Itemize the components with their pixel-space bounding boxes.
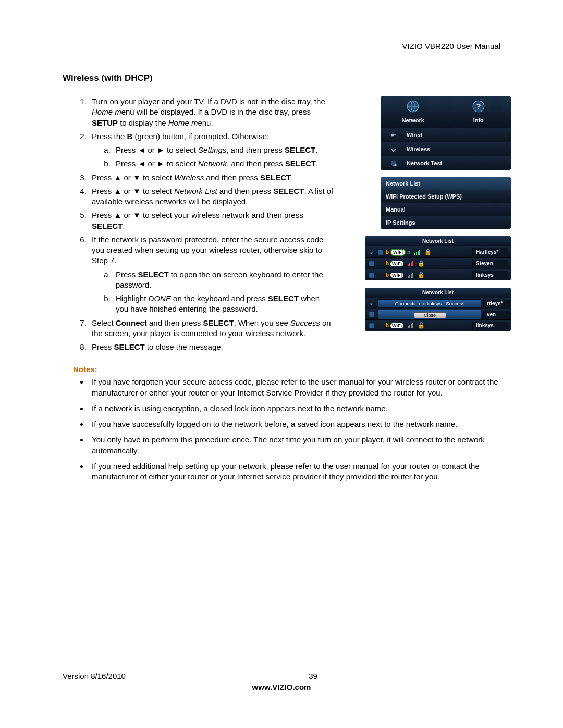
text-italic: Success bbox=[290, 318, 320, 327]
footer-website: www.VIZIO.com bbox=[63, 683, 500, 692]
question-icon: ? bbox=[472, 100, 485, 113]
note-item: If you have forgotten your secure access… bbox=[89, 377, 511, 398]
chip-icon bbox=[368, 311, 375, 318]
step-5: Press ▲ or ▼ to select your wireless net… bbox=[89, 210, 334, 231]
step-3: Press ▲ or ▼ to select Wireless and then… bbox=[89, 172, 334, 183]
text-bold: SELECT bbox=[285, 159, 316, 168]
text-italic: Settings bbox=[198, 145, 226, 154]
lock-icon: 🔒 bbox=[418, 260, 425, 267]
text: enu. bbox=[198, 118, 213, 127]
text-bold: SELECT bbox=[260, 173, 291, 182]
step-4: Press ▲ or ▼ to select Network List and … bbox=[89, 186, 334, 207]
text: . bbox=[315, 145, 317, 154]
chip-icon bbox=[377, 249, 384, 256]
text-bold: SELECT bbox=[114, 342, 145, 351]
svg-marker-8 bbox=[369, 250, 374, 254]
svg-rect-9 bbox=[378, 250, 383, 254]
svg-rect-3 bbox=[391, 134, 394, 137]
figure-tabs: Network ? Info bbox=[381, 96, 511, 128]
network-list-title: Network List bbox=[365, 236, 511, 246]
svg-rect-4 bbox=[394, 134, 396, 135]
text: Select bbox=[92, 318, 116, 327]
text: enu will be displayed. If a DVD is in th… bbox=[121, 107, 311, 116]
step-6-sublist: Press SELECT to open the on-screen keybo… bbox=[92, 269, 334, 315]
menu-manual: Manual bbox=[381, 203, 511, 216]
text-italic: Home m bbox=[92, 107, 121, 116]
note-item: If you have successfully logged on to th… bbox=[89, 419, 511, 429]
figure-wireless-submenu: Network List WiFi Protected Setup (WPS) … bbox=[381, 177, 511, 229]
text-bold: B bbox=[127, 132, 133, 141]
text-italic: Home m bbox=[168, 118, 198, 127]
wifi-badge: WiFi bbox=[390, 249, 406, 256]
check-icon bbox=[368, 300, 375, 307]
success-message: Connection to linksys...Success bbox=[395, 301, 465, 306]
svg-rect-11 bbox=[369, 273, 374, 277]
text: Turn on your player and your TV. If a DV… bbox=[92, 97, 325, 106]
svg-rect-10 bbox=[369, 261, 374, 266]
step-2a: Press ◄ or ► to select Settings, and the… bbox=[113, 145, 334, 155]
menu-ip-settings: IP Settings bbox=[381, 216, 511, 229]
figure-connection-success: Network List Connection to linksys...Suc… bbox=[365, 288, 511, 331]
step-2-sublist: Press ◄ or ► to select Settings, and the… bbox=[92, 145, 334, 169]
text: Press ◄ or ► to select bbox=[116, 145, 198, 154]
figure-network-list: Network List b WiFi n 🔒 Hartleys* bbox=[365, 236, 511, 280]
network-name-tail: ven bbox=[483, 311, 511, 318]
text-bold: Connect bbox=[116, 318, 147, 327]
menu-network-list: Network List bbox=[381, 177, 511, 190]
network-name: Steven bbox=[472, 260, 508, 267]
chip-icon bbox=[368, 260, 375, 267]
signal-bars-icon bbox=[414, 250, 420, 255]
b-icon: b bbox=[386, 323, 389, 328]
page: VIZIO VBR220 User Manual Wireless (with … bbox=[0, 0, 563, 728]
tab-network: Network bbox=[381, 96, 446, 128]
text-italic: Wireless bbox=[174, 173, 204, 182]
svg-point-5 bbox=[393, 151, 394, 152]
text-bold: SELECT bbox=[138, 270, 169, 279]
notes-list: If you have forgotten your secure access… bbox=[63, 377, 511, 482]
text-italic: Network List bbox=[174, 187, 217, 195]
step-6b: Highlight DONE on the keyboard and press… bbox=[113, 293, 334, 315]
text: , and then press bbox=[226, 145, 285, 154]
row-wired-label: Wired bbox=[407, 132, 422, 138]
text: Press bbox=[92, 342, 114, 351]
text: . bbox=[316, 159, 318, 168]
network-row-2: b WiFi 🔒 Steven bbox=[365, 257, 511, 269]
step-7: Select Connect and then press SELECT. Wh… bbox=[89, 318, 334, 339]
success-row: Connection to linksys...Success rtleys* bbox=[365, 298, 511, 309]
svg-marker-12 bbox=[369, 302, 374, 305]
n-icon: n bbox=[407, 249, 410, 255]
unlock-icon: 🔓 bbox=[418, 322, 425, 329]
b-icon: b bbox=[386, 261, 389, 266]
text: Highlight bbox=[116, 294, 149, 303]
tab-info-label: Info bbox=[473, 117, 484, 124]
text: on the keyboard and press bbox=[171, 294, 268, 303]
step-8: Press SELECT to close the message. bbox=[89, 342, 334, 352]
close-button[interactable]: Close bbox=[414, 312, 446, 318]
svg-rect-13 bbox=[369, 312, 374, 316]
text: Press ▲ or ▼ to select your wireless net… bbox=[92, 211, 303, 219]
text: , and then press bbox=[227, 159, 285, 168]
network-row-3b: b WiFi 🔓 linksys bbox=[365, 319, 511, 331]
row-network-test-label: Network Test bbox=[407, 160, 442, 166]
network-list-title: Network List bbox=[365, 288, 511, 298]
globe-icon bbox=[406, 100, 420, 113]
wifi-badge: WiFi bbox=[390, 323, 403, 328]
row-network-test: Network Test bbox=[381, 156, 511, 170]
text: Press the bbox=[92, 132, 127, 141]
plug-icon bbox=[386, 131, 401, 139]
signal-bars-icon bbox=[408, 273, 413, 278]
footer: Version 8/16/2010 39 www.VIZIO.com bbox=[63, 672, 500, 692]
instructions-column: Turn on your player and your TV. If a DV… bbox=[63, 96, 334, 355]
text-bold: SELECT bbox=[203, 318, 234, 327]
row-wired: Wired bbox=[381, 128, 511, 142]
b-icon: b bbox=[386, 249, 389, 255]
tab-network-label: Network bbox=[402, 117, 424, 124]
step-list: Turn on your player and your TV. If a DV… bbox=[63, 96, 334, 352]
text-bold: SELECT bbox=[285, 145, 315, 154]
text-bold: SETUP bbox=[92, 118, 118, 127]
step-6: If the network is password protected, en… bbox=[89, 235, 334, 315]
network-name: linksys bbox=[472, 271, 508, 279]
wifi-icon bbox=[386, 145, 401, 153]
wifi-badge: WiFi bbox=[390, 273, 403, 278]
check-icon bbox=[368, 249, 375, 256]
